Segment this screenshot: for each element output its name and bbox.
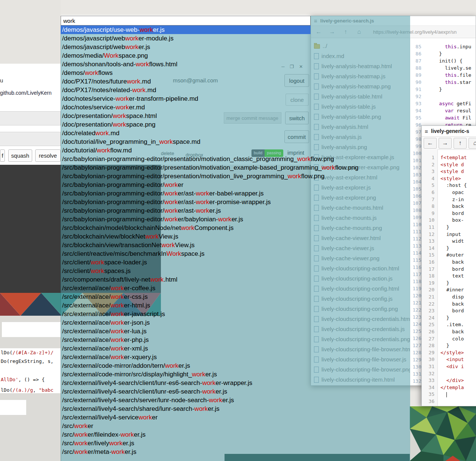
search-result-item[interactable]: /src/external/ace/worker-xml.js <box>61 344 148 353</box>
home-button[interactable]: ⌂ <box>469 138 476 149</box>
match-highlight: work <box>110 285 124 292</box>
template-code-editor[interactable]: 1f<templat2<style d3<style d4<style>5 :h… <box>422 149 476 406</box>
line-number: 118 <box>410 278 421 285</box>
window-titlebar[interactable]: ≡ lively-generic-s <box>422 126 476 137</box>
search-result-item[interactable]: /doc/notes/service-worker-transform-pipe… <box>61 94 198 103</box>
code-text: bord <box>440 266 464 273</box>
line-number: 117 <box>410 271 421 278</box>
search-result-item[interactable]: /src/blockchain/view/blockNetworkView.js <box>61 232 178 241</box>
search-result-item[interactable]: /src/babylonian-programming-editor/prese… <box>61 163 358 172</box>
search-result-item[interactable]: /src/external/lively4-search/shared/lunr… <box>61 404 219 413</box>
search-result-item[interactable]: /src/external/ace/worker-xquery.js <box>61 353 157 361</box>
resolve-button[interactable]: resolve <box>35 149 61 162</box>
clipped-button[interactable]: f <box>0 149 5 162</box>
search-result-item[interactable]: /src/external/ace/worker-coffee.js <box>61 284 155 292</box>
editor-line: 33 </div> <box>422 377 476 384</box>
search-result-item[interactable]: /src/external/lively4-search/server/lunr… <box>61 396 234 404</box>
squash-button[interactable]: squash <box>8 149 32 162</box>
line-number: 126 <box>410 335 421 342</box>
navigation-bar: ← → ↑ ⌂ <box>422 137 476 150</box>
code-text: this.star <box>427 79 471 86</box>
editor-line: 29</style> <box>422 349 476 356</box>
forward-button[interactable]: → <box>439 138 452 149</box>
search-result-item[interactable]: /src/babylonian-programming-editor/worke… <box>61 215 243 224</box>
search-result-item[interactable]: /doc/tutorial/workflow.md <box>61 146 132 155</box>
search-result-item[interactable]: /src/external/ace/worker-html.js <box>61 301 150 310</box>
search-result-item[interactable]: /src/external/ace/worker-json.js <box>61 318 150 327</box>
search-result-item[interactable]: /src/client/workspace-loader.js <box>61 258 147 267</box>
search-result-item[interactable]: /demos/javascript/webworker.js <box>61 43 150 51</box>
search-result-item[interactable]: /src/external/ace/worker-css.js <box>61 292 148 301</box>
search-result-item[interactable]: /src/babylonian-programming-editor/worke… <box>61 181 183 189</box>
line-number: 11 <box>422 224 434 231</box>
search-result-item[interactable]: /doc/PX17/notes/futurework.md <box>61 77 151 86</box>
background-code-editor[interactable]: lDo(/(#[A-Za-z]+)/Do(regExString, s,AllD… <box>0 348 61 393</box>
match-highlight: work <box>109 440 123 447</box>
code-text: back <box>440 258 464 266</box>
editor-line: 36 <box>422 398 476 405</box>
github-link[interactable]: github.com/LivelyKern <box>0 90 52 96</box>
search-result-item[interactable]: /demos/workflows <box>61 69 113 77</box>
line-number: 87 <box>410 57 421 64</box>
search-input[interactable] <box>61 16 311 25</box>
search-result-item[interactable]: /demos/shonan/tools-and-workflows.html <box>61 60 177 69</box>
editor-line: 31 <div i <box>422 363 476 370</box>
search-result-item[interactable]: /src/external/lively4-search/client/lunr… <box>61 379 252 387</box>
search-result-item[interactable]: /src/external/code-mirror/src/display/hi… <box>61 370 217 379</box>
code-text: :host { <box>440 182 467 189</box>
search-result-item[interactable]: /doc/presentation/workspace.png <box>61 120 156 129</box>
editor-line: 27 colo <box>422 335 476 342</box>
match-highlight: work <box>116 95 129 102</box>
search-result-item[interactable]: /src/client/reactive/misc/benchmarkInWor… <box>61 249 204 258</box>
text-field[interactable] <box>0 132 61 146</box>
search-result-item[interactable]: /src/client/workspaces.js <box>61 267 131 275</box>
editor-line: 16 back <box>422 258 476 266</box>
search-result-item[interactable]: /demos/media/Workspace.png <box>61 51 148 60</box>
search-result-item[interactable]: /demos/javascript/webworker-module.js <box>61 34 174 43</box>
search-result-item[interactable]: /doc/notes/service-worker.md <box>61 103 145 112</box>
line-number: 15 <box>422 251 434 258</box>
match-highlight: work <box>110 319 124 326</box>
editor-line: 30 <input <box>422 356 476 363</box>
search-result-item[interactable]: /src/worker <box>61 422 93 430</box>
line-number: 103 <box>410 171 421 178</box>
code-text: disp <box>440 293 464 300</box>
line-number: 129 <box>410 356 421 363</box>
search-result-item[interactable]: /src/external/ace/worker-lua.js <box>61 327 147 336</box>
editor-line: 89 this.file <box>410 72 476 79</box>
search-result-item[interactable]: /src/worker/fileindex-worker.js <box>61 430 146 439</box>
search-result-item[interactable]: /src/blockchain/view/transactionNetworkV… <box>61 241 195 249</box>
search-result-item[interactable]: /src/external/lively4-serviceworker <box>61 413 158 422</box>
match-highlight: work <box>132 87 146 94</box>
search-result-item[interactable]: /doc/presentation/workspace.html <box>61 112 157 120</box>
search-result-item[interactable]: /src/babylonian-programming-editor/worke… <box>61 189 264 198</box>
search-result-item[interactable]: /src/external/code-mirror/addon/tern/wor… <box>61 361 190 370</box>
back-button[interactable]: ← <box>424 138 437 149</box>
search-result-item[interactable]: /src/worker/meta-worker.js <box>61 448 136 456</box>
search-result-item[interactable]: /doc/tutorial/live_programming_in_worksp… <box>61 137 200 146</box>
match-highlight: work <box>192 371 205 378</box>
search-result-item[interactable]: /src/external/lively4-search/client/lunr… <box>61 387 227 396</box>
search-result-item[interactable]: /src/blockchain/model/blockchainNode/net… <box>61 224 234 232</box>
search-result-item[interactable]: /src/external/ace/worker-php.js <box>61 336 149 344</box>
search-result-item[interactable]: /src/components/draft/lively-network.htm… <box>61 275 177 284</box>
code-text: </templa <box>440 384 464 391</box>
search-result-item[interactable]: /src/external/ace/worker-javascript.js <box>61 310 165 318</box>
search-result-item[interactable]: /src/babylonian-programming-editor/prese… <box>61 155 334 163</box>
match-highlight: work <box>288 173 301 180</box>
search-result-item[interactable]: /demos/javascript/use-web-worker.js <box>61 25 311 34</box>
match-highlight: work <box>125 35 138 42</box>
search-result-item[interactable]: /src/babylonian-programming-editor/prese… <box>61 172 324 181</box>
search-result-item[interactable]: /src/babylonian-programming-editor/worke… <box>61 206 221 215</box>
code-text: .item. <box>440 321 464 328</box>
menu-icon[interactable]: ≡ <box>425 128 428 134</box>
line-number: 123 <box>410 313 421 321</box>
desktop-texture <box>0 0 61 64</box>
up-button[interactable]: ↑ <box>454 138 467 149</box>
search-result-item[interactable]: /doc/PX17/notes/related-work.md <box>61 86 156 94</box>
match-highlight: work <box>202 379 216 386</box>
search-result-item[interactable]: /src/worker/livelyworker.js <box>61 439 134 448</box>
search-result-item[interactable]: /doc/relatedwork.md <box>61 129 119 137</box>
text-field[interactable] <box>0 111 61 125</box>
search-result-item[interactable]: /src/babylonian-programming-editor/worke… <box>61 198 271 206</box>
